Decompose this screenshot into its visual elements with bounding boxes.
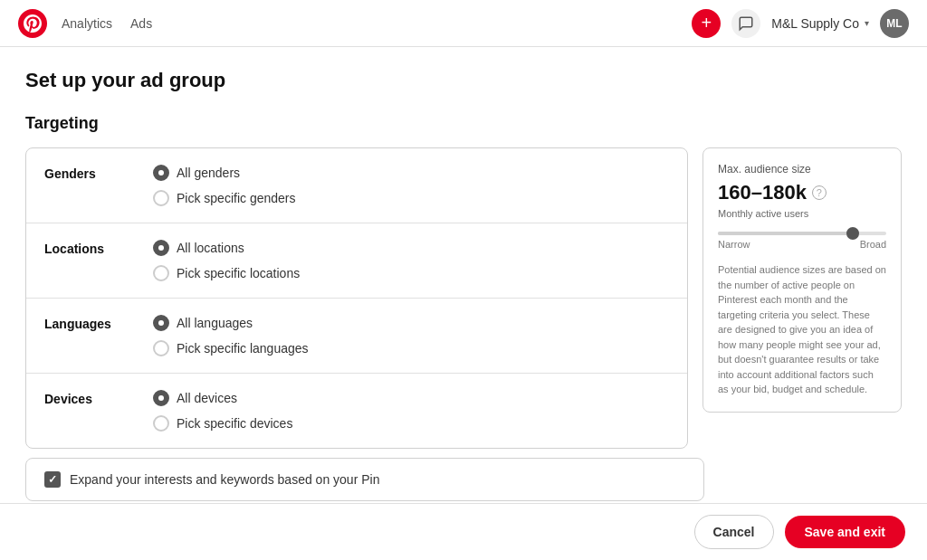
devices-options: All devices Pick specific devices [153,390,292,432]
radio-pick-genders[interactable]: Pick specific genders [153,190,296,206]
svg-point-0 [18,9,47,38]
radio-all-languages[interactable]: All languages [153,315,309,331]
genders-options: All genders Pick specific genders [153,165,296,206]
audience-size-value: 160–180k [718,181,807,204]
header: Analytics Ads + M&L Supply Co ▾ ML [0,0,927,47]
main-content: Set up your ad group Targeting Genders A… [0,47,927,560]
radio-label-pick-devices: Pick specific devices [177,416,292,431]
slider-labels: Narrow Broad [718,239,886,250]
radio-label-pick-genders: Pick specific genders [177,191,296,205]
languages-label: Languages [44,315,153,331]
radio-label-pick-languages: Pick specific languages [177,341,309,356]
expand-interests-label: Expand your interests and keywords based… [70,472,379,487]
audience-panel: Max. audience size 160–180k ? Monthly ac… [702,147,902,413]
avatar[interactable]: ML [880,9,909,38]
radio-label-all-locations: All locations [177,241,244,255]
radio-label-all-devices: All devices [177,391,237,405]
radio-circle-all-languages [153,315,169,331]
slider-label-broad: Broad [860,239,886,250]
page-title: Set up your ad group [25,69,902,92]
chevron-down-icon: ▾ [865,18,869,28]
slider-track [718,232,886,235]
devices-label: Devices [44,390,153,406]
audience-description: Potential audience sizes are based on th… [718,262,886,397]
header-right: + M&L Supply Co ▾ ML [692,9,909,38]
chat-icon[interactable] [731,9,760,38]
account-name: M&L Supply Co [771,16,859,31]
audience-monthly: Monthly active users [718,208,886,219]
radio-all-genders[interactable]: All genders [153,165,296,181]
genders-label: Genders [44,165,153,181]
slider-fill [718,232,853,235]
radio-pick-languages[interactable]: Pick specific languages [153,340,309,356]
help-icon[interactable]: ? [812,185,827,200]
targeting-section-title: Targeting [25,114,902,133]
add-button[interactable]: + [692,9,721,38]
languages-options: All languages Pick specific languages [153,315,309,356]
expand-interests-container: Expand your interests and keywords based… [25,458,704,501]
slider-label-narrow: Narrow [718,239,750,250]
header-nav: Analytics Ads [62,13,692,34]
radio-circle-all-genders [153,165,169,181]
cancel-button[interactable]: Cancel [694,515,774,549]
targeting-row-locations: Locations All locations Pick specific lo… [26,223,687,299]
locations-label: Locations [44,240,153,256]
expand-interests-checkbox[interactable] [44,471,61,488]
audience-slider[interactable]: Narrow Broad [718,232,886,250]
radio-pick-devices[interactable]: Pick specific devices [153,415,292,432]
radio-label-all-languages: All languages [177,316,253,330]
pinterest-logo[interactable] [18,9,47,38]
account-selector[interactable]: M&L Supply Co ▾ [771,16,869,31]
radio-circle-all-devices [153,390,169,406]
targeting-layout: Genders All genders Pick specific gender… [25,147,902,449]
save-exit-button[interactable]: Save and exit [785,516,906,548]
radio-label-all-genders: All genders [177,166,240,180]
radio-circle-pick-languages [153,340,169,356]
audience-size: 160–180k ? [718,181,886,204]
targeting-panel: Genders All genders Pick specific gender… [25,147,688,449]
nav-analytics[interactable]: Analytics [62,13,112,34]
targeting-row-languages: Languages All languages Pick specific la… [26,299,687,374]
radio-circle-all-locations [153,240,169,256]
nav-ads[interactable]: Ads [130,13,152,34]
radio-circle-pick-genders [153,190,169,206]
radio-pick-locations[interactable]: Pick specific locations [153,265,300,281]
radio-circle-pick-locations [153,265,169,281]
audience-label: Max. audience size [718,163,886,176]
targeting-row-devices: Devices All devices Pick specific device… [26,374,687,448]
radio-circle-pick-devices [153,415,169,432]
radio-all-devices[interactable]: All devices [153,390,292,406]
radio-all-locations[interactable]: All locations [153,240,300,256]
footer: Cancel Save and exit [0,503,927,560]
locations-options: All locations Pick specific locations [153,240,300,281]
targeting-row-genders: Genders All genders Pick specific gender… [26,148,687,223]
slider-thumb[interactable] [846,227,859,240]
radio-label-pick-locations: Pick specific locations [177,266,300,280]
